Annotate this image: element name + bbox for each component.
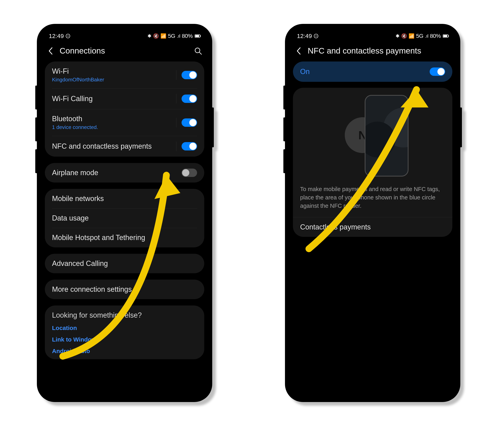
nfc-master-toggle[interactable]: [430, 67, 445, 76]
row-hotspot[interactable]: Mobile Hotspot and Tethering: [45, 228, 204, 247]
nfc-master-switch[interactable]: On: [293, 62, 452, 82]
status-left: 12:49: [297, 33, 318, 39]
wifi-calling-toggle[interactable]: [182, 95, 197, 103]
row-wifi-calling[interactable]: Wi-Fi Calling: [45, 88, 204, 109]
screen: 12:49 ✱ 🔇 📶 5G .ıl 80% NFC and contactle…: [289, 28, 457, 399]
row-advanced-calling[interactable]: Advanced Calling: [45, 254, 204, 273]
nfc-info-card: N To make mobile payments and read or wr…: [293, 88, 452, 237]
row-wifi[interactable]: Wi-Fi KingdomOfNorthBaker: [45, 62, 204, 88]
row-title: Contactless payments: [300, 223, 445, 231]
network-5g: 5G: [416, 33, 423, 39]
row-data-usage[interactable]: Data usage: [45, 208, 204, 228]
card-group-3: Mobile networks Data usage Mobile Hotspo…: [45, 189, 204, 247]
row-bluetooth[interactable]: Bluetooth 1 device connected.: [45, 109, 204, 136]
wifi-toggle[interactable]: [182, 71, 197, 79]
bluetooth-icon: ✱: [147, 33, 152, 39]
nfc-illustration: N: [305, 93, 440, 177]
dnd-icon: [66, 34, 70, 38]
signal-icon: .ıl: [177, 33, 180, 39]
row-more-connection[interactable]: More connection settings: [45, 280, 204, 299]
wifi-icon: 📶: [409, 33, 414, 39]
status-right: ✱ 🔇 📶 5G .ıl 80%: [395, 33, 448, 39]
phone-mockup-nfc: 12:49 ✱ 🔇 📶 5G .ıl 80% NFC and contactle…: [285, 24, 460, 402]
header: Connections: [40, 41, 209, 62]
row-title: Wi-Fi: [52, 67, 174, 75]
row-mobile-networks[interactable]: Mobile networks: [45, 189, 204, 208]
divider: [176, 94, 176, 103]
row-nfc[interactable]: NFC and contactless payments: [45, 136, 204, 157]
bluetooth-toggle[interactable]: [182, 118, 197, 127]
battery-pct: 80%: [182, 33, 193, 39]
divider: [176, 70, 176, 80]
dnd-icon: [314, 34, 318, 38]
card-footer: Looking for something else? Location Lin…: [45, 305, 204, 359]
status-time: 12:49: [49, 33, 64, 39]
row-title: Mobile networks: [52, 194, 197, 203]
divider: [176, 118, 176, 127]
row-title: NFC and contactless payments: [52, 142, 174, 150]
battery-icon: [195, 34, 200, 38]
phone-mockup-connections: 12:49 ✱ 🔇 📶 5G .ıl 80% Connections: [37, 24, 212, 402]
screen: 12:49 ✱ 🔇 📶 5G .ıl 80% Connections: [40, 28, 209, 399]
wifi-icon: 📶: [160, 33, 166, 39]
row-subtitle: 1 device connected.: [52, 124, 174, 130]
content: N To make mobile payments and read or wr…: [289, 88, 457, 237]
row-airplane[interactable]: Airplane mode: [45, 163, 204, 182]
card-group-4: Advanced Calling: [45, 254, 204, 273]
row-title: Mobile Hotspot and Tethering: [52, 233, 197, 242]
divider: [176, 142, 176, 151]
card-group-2: Airplane mode: [45, 163, 204, 182]
status-left: 12:49: [49, 33, 70, 39]
phone-outline-icon: [365, 95, 409, 176]
row-title: Bluetooth: [52, 115, 174, 123]
row-title: Wi-Fi Calling: [52, 95, 174, 103]
battery-pct: 80%: [430, 33, 441, 39]
status-right: ✱ 🔇 📶 5G .ıl 80%: [147, 33, 200, 39]
row-subtitle: KingdomOfNorthBaker: [52, 77, 174, 83]
footer-title: Looking for something else?: [52, 311, 197, 320]
nfc-toggle[interactable]: [182, 142, 197, 150]
row-title: Advanced Calling: [52, 259, 197, 268]
page-title: Connections: [60, 46, 189, 56]
status-bar: 12:49 ✱ 🔇 📶 5G .ıl 80%: [40, 30, 209, 41]
card-group-5: More connection settings: [45, 280, 204, 299]
bluetooth-icon: ✱: [395, 33, 400, 39]
nfc-description: To make mobile payments and read or writ…: [293, 185, 452, 217]
footer-link-androidauto[interactable]: Android Auto: [52, 348, 197, 354]
mute-icon: 🔇: [401, 33, 407, 39]
back-button[interactable]: [46, 47, 55, 55]
svg-line-1: [200, 52, 202, 54]
page-title: NFC and contactless payments: [308, 46, 451, 56]
header: NFC and contactless payments: [289, 41, 457, 62]
airplane-toggle[interactable]: [182, 169, 197, 177]
content: Wi-Fi KingdomOfNorthBaker Wi-Fi Calling …: [40, 62, 209, 359]
signal-icon: .ıl: [425, 33, 428, 39]
row-title: More connection settings: [52, 285, 197, 294]
status-bar: 12:49 ✱ 🔇 📶 5G .ıl 80%: [289, 30, 457, 41]
row-title: Airplane mode: [52, 169, 182, 177]
search-button[interactable]: [193, 46, 203, 56]
svg-point-0: [195, 48, 200, 53]
row-title: Data usage: [52, 214, 197, 222]
row-contactless-payments[interactable]: Contactless payments: [293, 217, 452, 237]
switch-label: On: [300, 67, 430, 76]
mute-icon: 🔇: [153, 33, 159, 39]
battery-icon: [443, 34, 448, 38]
status-time: 12:49: [297, 33, 312, 39]
card-group-1: Wi-Fi KingdomOfNorthBaker Wi-Fi Calling …: [45, 62, 204, 157]
footer-link-linktowindows[interactable]: Link to Windows: [52, 336, 197, 343]
network-5g: 5G: [168, 33, 175, 39]
footer-link-location[interactable]: Location: [52, 325, 197, 331]
back-button[interactable]: [294, 47, 303, 55]
